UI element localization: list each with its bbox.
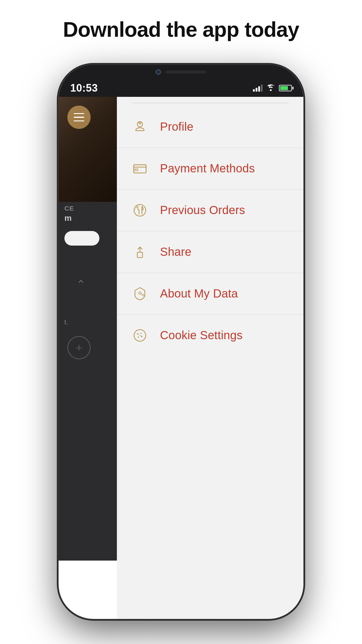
chevron-up-icon[interactable]: ⌃ bbox=[76, 278, 86, 291]
menu-item-orders-label: Previous Orders bbox=[160, 204, 245, 217]
svg-point-14 bbox=[141, 335, 143, 337]
menu-item-share[interactable]: Share bbox=[117, 231, 303, 273]
menu-item-data-label: About My Data bbox=[160, 287, 238, 300]
hamburger-line-2 bbox=[74, 117, 84, 118]
menu-item-cookie-settings[interactable]: Cookie Settings bbox=[117, 315, 303, 356]
orders-icon bbox=[131, 202, 148, 219]
share-icon bbox=[131, 244, 148, 260]
signal-icon bbox=[253, 85, 263, 92]
menu-item-cookie-label: Cookie Settings bbox=[160, 329, 242, 342]
payment-icon bbox=[131, 160, 148, 177]
status-bar: 10:53 bbox=[59, 79, 303, 97]
data-icon bbox=[131, 285, 148, 302]
menu-item-payment-methods[interactable]: Payment Methods bbox=[117, 148, 303, 190]
hamburger-line-3 bbox=[74, 120, 84, 122]
svg-point-7 bbox=[139, 292, 141, 294]
add-button[interactable]: + bbox=[67, 336, 91, 359]
left-label-m: m bbox=[64, 214, 72, 223]
menu-item-profile-label: Profile bbox=[160, 120, 194, 133]
front-camera bbox=[156, 69, 161, 75]
svg-point-13 bbox=[138, 337, 139, 338]
svg-rect-3 bbox=[135, 169, 138, 171]
battery-icon bbox=[279, 85, 292, 91]
svg-point-11 bbox=[137, 333, 139, 335]
menu-item-profile[interactable]: Profile bbox=[117, 106, 303, 148]
menu-item-about-data[interactable]: About My Data bbox=[117, 273, 303, 315]
left-label-dot: t. bbox=[64, 318, 68, 326]
svg-point-5 bbox=[134, 204, 146, 216]
screen-content: CE m ⌃ t. + bbox=[59, 97, 303, 619]
bottom-white-area bbox=[59, 561, 117, 619]
svg-line-9 bbox=[141, 294, 143, 295]
phone-frame: 10:53 bbox=[59, 65, 303, 619]
svg-rect-4 bbox=[133, 164, 147, 173]
cookie-icon bbox=[131, 327, 148, 344]
svg-point-12 bbox=[140, 333, 142, 334]
status-icons bbox=[253, 83, 292, 93]
hamburger-button[interactable] bbox=[67, 106, 91, 129]
menu-item-payment-label: Payment Methods bbox=[160, 162, 255, 175]
toggle-switch[interactable] bbox=[64, 231, 99, 246]
wifi-icon bbox=[266, 83, 275, 93]
drawer-menu: Profile Payment Methods bbox=[117, 97, 303, 619]
hamburger-line-1 bbox=[74, 113, 84, 114]
phone-screen: 10:53 bbox=[59, 79, 303, 619]
left-label-ce: CE bbox=[64, 205, 74, 212]
top-divider bbox=[131, 103, 289, 103]
speaker bbox=[166, 71, 206, 74]
svg-point-15 bbox=[140, 335, 140, 336]
status-time: 10:53 bbox=[70, 82, 98, 94]
profile-icon bbox=[131, 118, 148, 135]
left-panel: CE m ⌃ t. + bbox=[59, 97, 117, 619]
menu-item-previous-orders[interactable]: Previous Orders bbox=[117, 190, 303, 231]
page-heading: Download the app today bbox=[63, 18, 299, 41]
menu-item-share-label: Share bbox=[160, 245, 191, 258]
svg-rect-6 bbox=[137, 252, 143, 258]
notch bbox=[134, 65, 228, 79]
